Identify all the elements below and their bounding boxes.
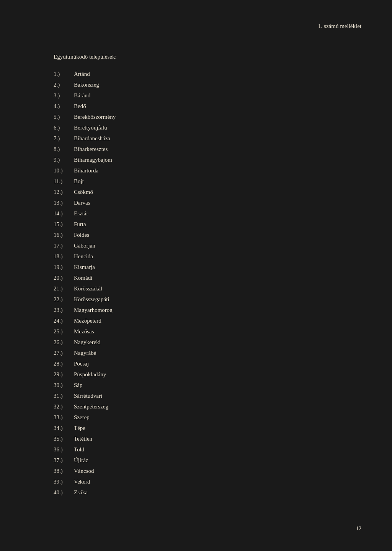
list-item: 40.)Zsáka bbox=[54, 488, 361, 497]
list-item: 7.)Bihardancsháza bbox=[54, 134, 361, 143]
item-number: 38.) bbox=[54, 466, 71, 476]
item-name: Ártánd bbox=[74, 69, 90, 79]
list-item: 6.)Berettyóújfalu bbox=[54, 123, 361, 132]
item-number: 39.) bbox=[54, 477, 71, 486]
item-number: 28.) bbox=[54, 359, 71, 368]
item-number: 15.) bbox=[54, 220, 71, 229]
list-item: 17.)Gáborján bbox=[54, 241, 361, 250]
list-item: 29.)Püspökladány bbox=[54, 370, 361, 379]
item-name: Szentpéterszeg bbox=[74, 402, 108, 411]
item-name: Bedő bbox=[74, 102, 86, 111]
item-name: Körösszakál bbox=[74, 284, 102, 293]
item-name: Pocsaj bbox=[74, 359, 89, 368]
item-number: 3.) bbox=[54, 91, 71, 100]
item-number: 12.) bbox=[54, 187, 71, 197]
item-name: Berettyóújfalu bbox=[74, 123, 107, 132]
item-number: 1.) bbox=[54, 69, 71, 79]
list-item: 16.)Földes bbox=[54, 230, 361, 239]
item-number: 34.) bbox=[54, 423, 71, 433]
list-item: 39.)Vekerd bbox=[54, 477, 361, 486]
item-number: 23.) bbox=[54, 305, 71, 315]
item-number: 22.) bbox=[54, 295, 71, 304]
item-name: Darvas bbox=[74, 198, 90, 207]
item-number: 7.) bbox=[54, 134, 71, 143]
item-name: Kismarja bbox=[74, 262, 95, 272]
item-number: 29.) bbox=[54, 370, 71, 379]
item-number: 11.) bbox=[54, 177, 71, 186]
item-name: Újiráz bbox=[74, 456, 88, 465]
item-name: Csökmő bbox=[74, 187, 93, 197]
item-name: Püspökladány bbox=[74, 370, 106, 379]
item-number: 36.) bbox=[54, 445, 71, 454]
item-name: Bakonszeg bbox=[74, 80, 99, 89]
list-item: 9.)Biharnagybajom bbox=[54, 155, 361, 164]
list-item: 35.)Tetétlen bbox=[54, 434, 361, 443]
item-number: 37.) bbox=[54, 456, 71, 465]
list-item: 38.)Váncsod bbox=[54, 466, 361, 476]
list-item: 31.)Sárrétudvari bbox=[54, 391, 361, 400]
settlements-list: 1.)Ártánd2.)Bakonszeg3.)Báránd4.)Bedő5.)… bbox=[54, 69, 361, 497]
item-number: 6.) bbox=[54, 123, 71, 132]
header: 1. számú melléklet bbox=[318, 23, 361, 30]
list-item: 36.)Told bbox=[54, 445, 361, 454]
list-item: 15.)Furta bbox=[54, 220, 361, 229]
list-item: 22.)Körösszegapáti bbox=[54, 295, 361, 304]
item-number: 35.) bbox=[54, 434, 71, 443]
item-number: 19.) bbox=[54, 262, 71, 272]
item-number: 26.) bbox=[54, 338, 71, 347]
item-name: Báránd bbox=[74, 91, 90, 100]
item-name: Bihardancsháza bbox=[74, 134, 110, 143]
list-item: 28.)Pocsaj bbox=[54, 359, 361, 368]
item-name: Szerep bbox=[74, 413, 90, 422]
item-name: Tépe bbox=[74, 423, 85, 433]
item-name: Berekböszörmény bbox=[74, 112, 116, 121]
list-item: 25.)Mezősas bbox=[54, 327, 361, 336]
list-item: 21.)Körösszakál bbox=[54, 284, 361, 293]
item-name: Váncsod bbox=[74, 466, 94, 476]
list-item: 4.)Bedő bbox=[54, 102, 361, 111]
list-item: 26.)Nagykereki bbox=[54, 338, 361, 347]
list-item: 12.)Csökmő bbox=[54, 187, 361, 197]
list-item: 11.)Bojt bbox=[54, 177, 361, 186]
item-name: Biharkeresztes bbox=[74, 144, 108, 154]
item-name: Magyarhomorog bbox=[74, 305, 113, 315]
list-item: 32.)Szentpéterszeg bbox=[54, 402, 361, 411]
item-number: 4.) bbox=[54, 102, 71, 111]
item-number: 5.) bbox=[54, 112, 71, 121]
item-name: Sáp bbox=[74, 380, 83, 390]
list-item: 23.)Magyarhomorog bbox=[54, 305, 361, 315]
list-item: 24.)Mezőpeterd bbox=[54, 316, 361, 325]
page: 1. számú melléklet Együttműködő települé… bbox=[0, 0, 392, 551]
item-name: Zsáka bbox=[74, 488, 88, 497]
section-title: Együttműködő települések: bbox=[54, 54, 361, 60]
item-name: Körösszegapáti bbox=[74, 295, 109, 304]
item-name: Nagykereki bbox=[74, 338, 101, 347]
list-item: 13.)Darvas bbox=[54, 198, 361, 207]
item-name: Mezősas bbox=[74, 327, 94, 336]
item-name: Bihartorda bbox=[74, 166, 98, 175]
item-number: 21.) bbox=[54, 284, 71, 293]
list-item: 8.)Biharkeresztes bbox=[54, 144, 361, 154]
item-number: 20.) bbox=[54, 273, 71, 282]
list-item: 19.)Kismarja bbox=[54, 262, 361, 272]
list-item: 10.)Bihartorda bbox=[54, 166, 361, 175]
item-name: Told bbox=[74, 445, 84, 454]
item-name: Mezőpeterd bbox=[74, 316, 101, 325]
list-item: 30.)Sáp bbox=[54, 380, 361, 390]
item-number: 32.) bbox=[54, 402, 71, 411]
item-number: 24.) bbox=[54, 316, 71, 325]
item-number: 2.) bbox=[54, 80, 71, 89]
item-number: 18.) bbox=[54, 252, 71, 261]
item-number: 8.) bbox=[54, 144, 71, 154]
item-number: 31.) bbox=[54, 391, 71, 400]
list-item: 2.)Bakonszeg bbox=[54, 80, 361, 89]
item-name: Bojt bbox=[74, 177, 84, 186]
list-item: 3.)Báránd bbox=[54, 91, 361, 100]
item-name: Vekerd bbox=[74, 477, 90, 486]
item-name: Tetétlen bbox=[74, 434, 92, 443]
item-number: 25.) bbox=[54, 327, 71, 336]
item-name: Gáborján bbox=[74, 241, 95, 250]
item-number: 16.) bbox=[54, 230, 71, 239]
item-number: 14.) bbox=[54, 209, 71, 218]
item-name: Nagyrábé bbox=[74, 348, 96, 357]
